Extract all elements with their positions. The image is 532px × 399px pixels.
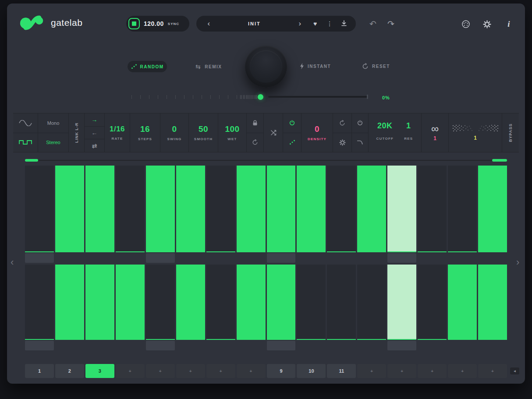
step-cell[interactable] xyxy=(478,166,507,252)
loop-mode-control[interactable]: ∞ 1 xyxy=(422,113,449,152)
step-cell[interactable] xyxy=(146,166,175,252)
seq-next-chevron[interactable]: › xyxy=(516,258,519,267)
step-bar[interactable] xyxy=(357,166,386,251)
step-bar[interactable] xyxy=(297,166,326,251)
step-cell[interactable] xyxy=(478,265,507,340)
pattern-add-button[interactable]: + xyxy=(206,364,235,378)
dice-throw-button[interactable] xyxy=(264,113,283,152)
stop-button[interactable] xyxy=(128,18,140,29)
gear-icon[interactable] xyxy=(482,19,492,29)
step-cell[interactable] xyxy=(327,265,356,340)
pattern-button[interactable]: 2 xyxy=(55,364,84,378)
texture-control[interactable]: 1 xyxy=(449,113,502,152)
step-cell[interactable] xyxy=(176,166,205,252)
step-bar[interactable] xyxy=(267,265,296,339)
step-cell[interactable] xyxy=(297,166,326,252)
bpm-display[interactable]: 120.00 xyxy=(144,20,164,27)
step-cell[interactable] xyxy=(146,265,175,340)
pattern-add-button[interactable]: + xyxy=(116,364,145,378)
mono-button[interactable]: Mono xyxy=(38,113,68,133)
step-bar[interactable] xyxy=(237,166,266,251)
step-bar[interactable] xyxy=(478,166,507,251)
pattern-add-button[interactable]: + xyxy=(146,364,175,378)
preset-save-download-icon[interactable] xyxy=(337,20,351,28)
pattern-trigger-icon[interactable]: ◄ xyxy=(510,367,519,374)
sine-wave-button[interactable] xyxy=(13,113,38,133)
pattern-button[interactable]: 1 xyxy=(25,364,54,378)
pattern-add-button[interactable]: + xyxy=(478,364,507,378)
density-control[interactable]: 0 DENSITY xyxy=(301,113,333,152)
info-icon[interactable]: i xyxy=(504,19,514,29)
step-cell[interactable] xyxy=(418,166,447,252)
loop-end-handle[interactable] xyxy=(492,159,507,162)
step-cell[interactable] xyxy=(237,265,266,340)
pattern-add-button[interactable]: + xyxy=(176,364,205,378)
step-bar[interactable] xyxy=(387,166,416,251)
step-cell[interactable] xyxy=(55,265,84,340)
filter-settings-button[interactable] xyxy=(333,133,351,152)
step-bar[interactable] xyxy=(85,166,114,251)
step-bar[interactable] xyxy=(116,265,145,339)
step-cell[interactable] xyxy=(357,166,386,252)
step-bar[interactable] xyxy=(387,265,416,339)
pattern-add-button[interactable]: + xyxy=(418,364,447,378)
rate-control[interactable]: 1/16 RATE xyxy=(105,113,130,152)
instant-button[interactable]: INSTANT xyxy=(300,63,331,69)
pattern-add-button[interactable]: + xyxy=(387,364,416,378)
step-cell[interactable] xyxy=(267,265,296,340)
bypass-toggle[interactable]: BYPASS xyxy=(502,113,519,152)
variation-slider-track[interactable] xyxy=(268,96,368,98)
random-button[interactable]: RANDOM xyxy=(127,60,167,73)
step-cell[interactable] xyxy=(116,265,145,340)
cycle-button[interactable] xyxy=(247,133,263,152)
pattern-add-button[interactable]: + xyxy=(357,364,386,378)
midi-icon[interactable] xyxy=(461,19,471,29)
step-cell[interactable] xyxy=(25,265,54,340)
filter-display[interactable]: 20K 1 CUTOFF RES xyxy=(369,113,422,152)
step-cell[interactable] xyxy=(387,166,416,252)
step-bar[interactable] xyxy=(85,265,114,339)
step-cell[interactable] xyxy=(25,166,54,252)
smooth-control[interactable]: 50 SMOOTH xyxy=(189,113,218,152)
pattern-add-button[interactable]: + xyxy=(448,364,477,378)
undo-button[interactable]: ↶ xyxy=(369,20,376,28)
step-cell[interactable] xyxy=(297,265,326,340)
pattern-button[interactable]: 9 xyxy=(267,364,296,378)
step-bar[interactable] xyxy=(176,265,205,339)
variation-slider[interactable] xyxy=(125,92,406,104)
step-cell[interactable] xyxy=(237,166,266,252)
preset-menu-dots-icon[interactable]: ⋮ xyxy=(323,20,337,27)
step-bar[interactable] xyxy=(146,166,175,251)
square-wave-button[interactable] xyxy=(13,133,38,152)
loop-range-slider[interactable] xyxy=(25,159,507,162)
step-bar[interactable] xyxy=(237,265,266,339)
step-bar[interactable] xyxy=(55,166,84,251)
pattern-add-button[interactable]: + xyxy=(237,364,266,378)
filter-cycle-button[interactable] xyxy=(333,113,351,133)
direction-reverse-button[interactable]: ← xyxy=(85,126,104,139)
step-cell[interactable] xyxy=(55,166,84,252)
direction-pingpong-button[interactable]: ⇄ xyxy=(85,139,104,152)
pattern-button[interactable]: 11 xyxy=(327,364,356,378)
step-cell[interactable] xyxy=(267,166,296,252)
variation-slider-handle[interactable] xyxy=(258,94,263,100)
step-cell[interactable] xyxy=(85,166,114,252)
step-cell[interactable] xyxy=(206,265,235,340)
sync-toggle[interactable]: SYNC xyxy=(168,22,179,26)
lock-button[interactable] xyxy=(247,113,263,133)
main-knob[interactable] xyxy=(245,46,287,88)
swing-control[interactable]: 0 SWING xyxy=(160,113,189,152)
filter-slope-button[interactable] xyxy=(352,133,368,152)
wet-control[interactable]: 100 WET xyxy=(218,113,247,152)
pattern-button[interactable]: 3 xyxy=(85,364,114,378)
remix-button[interactable]: ⇆ REMIX xyxy=(195,63,222,70)
step-cell[interactable] xyxy=(418,265,447,340)
preset-next-button[interactable]: › xyxy=(292,19,308,28)
filter-power-button[interactable] xyxy=(352,113,368,133)
step-cell[interactable] xyxy=(85,265,114,340)
preset-prev-button[interactable]: ‹ xyxy=(201,19,217,28)
step-cell[interactable] xyxy=(448,166,477,252)
direction-forward-button[interactable]: → xyxy=(85,113,104,126)
preset-name[interactable]: INIT xyxy=(217,21,292,26)
reset-button[interactable]: RESET xyxy=(362,63,390,70)
